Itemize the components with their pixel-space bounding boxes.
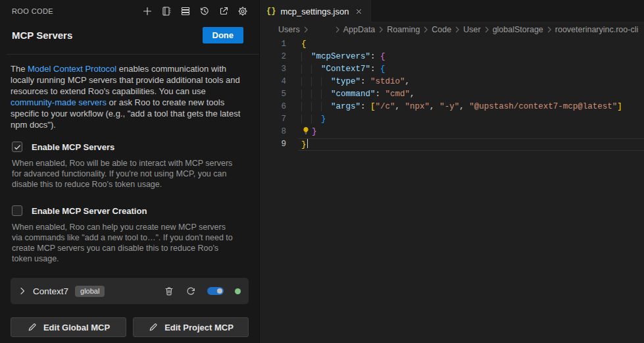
tab-mcp-settings[interactable]: {} mcp_settings.json: [260, 0, 371, 22]
pencil-icon: [27, 322, 37, 332]
enable-servers-row: Enable MCP Servers: [12, 142, 249, 152]
code-text: "command": "cmd",: [301, 88, 415, 101]
enable-creation-checkbox[interactable]: [12, 205, 22, 216]
code-token: :: [370, 65, 380, 74]
code-text: "mcpServers": {: [301, 51, 385, 63]
code-line: 7 }: [260, 113, 644, 126]
code-line: 8}: [260, 126, 644, 138]
code-token: [301, 77, 331, 86]
code-token: [301, 65, 321, 74]
line-number: 3: [260, 63, 286, 76]
code-token: "npx": [405, 102, 430, 111]
code-token: [: [370, 102, 376, 111]
chevron-right-icon: [420, 24, 431, 35]
code-token: ,: [459, 102, 469, 111]
open-external-icon[interactable]: [216, 4, 231, 18]
code-line: 6 "args": ["/c", "npx", "-y", "@upstash/…: [260, 101, 644, 113]
breadcrumb-item[interactable]: Users: [278, 25, 300, 34]
roo-code-sidebar: ROO CODE MCP Servers Done The Model Cont…: [0, 0, 260, 343]
breadcrumb-item[interactable]: Code: [432, 25, 451, 34]
divider: [7, 54, 259, 55]
description-link[interactable]: Model Context Protocol: [28, 64, 116, 74]
lightbulb-icon[interactable]: [301, 126, 310, 136]
enable-creation-row: Enable MCP Server Creation: [12, 205, 249, 216]
code-editor[interactable]: 1{2 "mcpServers": {3 "Context7": {4 "typ…: [260, 37, 644, 343]
code-line: 1{: [260, 38, 644, 51]
edit-project-mcp-button[interactable]: Edit Project MCP: [133, 317, 249, 337]
sidebar-toolbar: [140, 4, 250, 18]
enable-servers-description: When enabled, Roo will be able to intera…: [12, 158, 238, 190]
breadcrumb: UsersAppDataRoamingCodeUserglobalStorage…: [260, 22, 644, 37]
code-token: "/c": [376, 102, 395, 111]
server-name: Context7: [33, 286, 68, 296]
code-line: 5 "command": "cmd",: [260, 88, 644, 101]
chevron-right-icon: [482, 24, 492, 35]
edit-global-mcp-button[interactable]: Edit Global MCP: [11, 317, 126, 337]
pencil-icon: [148, 322, 159, 332]
server-icon[interactable]: [178, 4, 193, 18]
text-cursor: [307, 138, 309, 148]
refresh-icon[interactable]: [186, 286, 196, 296]
enable-servers-checkbox[interactable]: [12, 142, 22, 152]
code-token: "type": [331, 77, 360, 86]
code-token: :: [360, 77, 370, 86]
code-token: "stdio": [370, 77, 405, 86]
code-token: "Context7": [321, 65, 370, 74]
edit-global-mcp-label: Edit Global MCP: [43, 323, 110, 332]
code-line: 9}: [260, 138, 644, 151]
code-token: "@upstash/context7-mcp@latest": [469, 102, 617, 111]
code-text: "type": "stdio",: [301, 76, 410, 88]
code-text: "Context7": {: [301, 63, 385, 76]
description-text: The: [11, 64, 28, 74]
enable-creation-description: When enabled, Roo can help you create ne…: [12, 222, 238, 264]
code-text: }: [301, 113, 326, 126]
trash-icon[interactable]: [164, 286, 174, 296]
code-token: "mcpServers": [311, 52, 370, 61]
breadcrumb-item[interactable]: AppData: [343, 25, 376, 34]
breadcrumb-item[interactable]: Roaming: [387, 25, 420, 34]
server-enabled-toggle[interactable]: [207, 287, 224, 295]
code-token: ,: [405, 77, 410, 86]
enable-servers-group: Enable MCP Servers When enabled, Roo wil…: [12, 142, 249, 190]
plus-icon[interactable]: [140, 4, 155, 18]
close-icon[interactable]: [353, 6, 364, 16]
code-token: :: [370, 52, 380, 61]
line-number: 7: [260, 113, 286, 126]
code-token: :: [376, 90, 385, 99]
edit-project-mcp-label: Edit Project MCP: [164, 323, 234, 332]
check-icon: [13, 143, 22, 151]
chevron-right-icon[interactable]: [17, 286, 28, 296]
server-status-dot: [235, 288, 241, 294]
code-token: }: [321, 115, 326, 124]
code-text: }: [301, 138, 308, 151]
code-token: "-y": [439, 102, 459, 111]
gear-icon[interactable]: [235, 4, 250, 18]
breadcrumb-item[interactable]: User: [463, 25, 480, 34]
app-title: ROO CODE: [12, 7, 53, 15]
code-token: ,: [430, 102, 439, 111]
sidebar-header: ROO CODE: [0, 0, 259, 22]
line-number: 2: [260, 51, 286, 63]
code-line: 4 "type": "stdio",: [260, 76, 644, 88]
history-icon[interactable]: [197, 4, 212, 18]
code-line: 2 "mcpServers": {: [260, 51, 644, 63]
chevron-right-icon: [332, 24, 343, 35]
breadcrumb-item[interactable]: globalStorage: [493, 25, 543, 34]
server-row-context7[interactable]: Context7 global: [11, 278, 249, 304]
page-title-row: MCP Servers Done: [0, 22, 259, 47]
done-button[interactable]: Done: [203, 27, 244, 43]
chevron-right-icon: [452, 24, 462, 35]
code-token: [301, 115, 321, 124]
code-text: }: [301, 126, 317, 138]
chevron-right-icon: [376, 24, 386, 35]
editor-panel: {} mcp_settings.json UsersAppDataRoaming…: [260, 0, 644, 343]
chevron-right-icon: [301, 24, 311, 35]
breadcrumb-item[interactable]: rooveterinaryinc.roo-cli: [555, 25, 638, 34]
description-link[interactable]: community-made servers: [11, 97, 107, 107]
notebook-icon[interactable]: [159, 4, 174, 18]
line-number: 8: [260, 126, 286, 138]
code-token: :: [360, 102, 370, 111]
json-file-icon: {}: [266, 7, 276, 16]
code-token: }: [312, 127, 317, 136]
code-lines: 1{2 "mcpServers": {3 "Context7": {4 "typ…: [260, 38, 644, 151]
